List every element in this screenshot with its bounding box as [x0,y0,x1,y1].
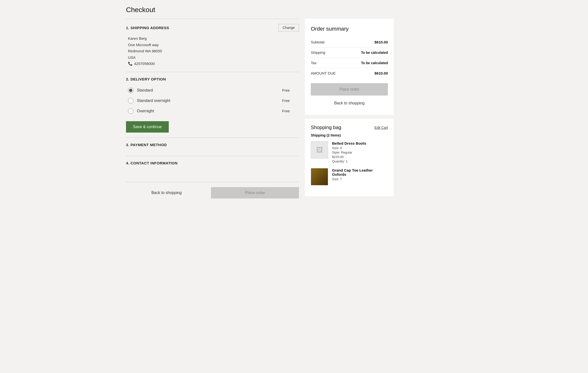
address-phone: 4257058000 [134,60,155,67]
shopping-bag-title: Shopping bag [311,125,341,130]
back-to-shopping-button-bottom[interactable]: Back to shopping [126,187,207,198]
change-address-button[interactable]: Change [278,24,299,31]
back-to-shopping-button[interactable]: Back to shopping [311,98,388,108]
address-street: One Microsoft way [128,42,299,48]
bag-item-1: 🖼 Belted Dress Boots Size: 6 Style: Regu… [311,141,388,163]
amount-due-value: $610.00 [375,71,388,75]
delivery-option-standard: Standard Free [126,85,299,96]
delivery-label-overnight: Overnight [137,109,154,113]
save-continue-button[interactable]: Save & continue [126,121,169,133]
delivery-price-overnight: Free [282,109,297,113]
amount-due-label: AMOUNT DUE [311,71,336,75]
delivery-option-title: 2. DELIVERY OPTION [126,77,166,81]
page-title: Checkout [126,6,462,14]
bag-item-1-size: Size: 6 [332,146,366,150]
bag-item-2-details: Grand Cap Toe Leather Oxfords Size: 7 [332,168,388,185]
right-sidebar: Order summary Subtotal $610.00 Shipping … [305,19,394,196]
tax-value: To be calculated [361,61,388,65]
radio-overnight[interactable] [128,108,133,114]
delivery-option-standard-overnight: Standard overnight Free [126,96,299,106]
address-country: USA [128,54,299,61]
order-summary-title: Order summary [311,26,388,32]
address-city: Redmond WA 98055 [128,48,299,54]
summary-row-subtotal: Subtotal $610.00 [311,37,388,47]
delivery-price-standard-overnight: Free [282,98,297,103]
delivery-label-standard: Standard [137,88,153,93]
image-placeholder-icon-1: 🖼 [316,146,323,154]
summary-row-shipping: Shipping To be calculated [311,47,388,58]
bag-item-1-price: $220.00 [332,155,366,159]
delivery-option-overnight: Overnight Free [126,106,299,116]
edit-cart-button[interactable]: Edit Cart [375,126,388,130]
bag-item-2: Grand Cap Toe Leather Oxfords Size: 7 [311,168,388,185]
address-block: Karen Berg One Microsoft way Redmond WA … [126,35,299,67]
bottom-actions: Back to shopping Place order [126,182,299,203]
bag-item-2-name: Grand Cap Toe Leather Oxfords [332,168,388,177]
checkout-form: 1. SHIPPING ADDRESS Change Karen Berg On… [126,19,299,203]
delivery-option-section: 2. DELIVERY OPTION Standard Free [126,72,299,137]
bag-item-1-quantity: Quantity: 1 [332,159,366,163]
contact-information-title: 4. CONTACT INFORMATION [126,161,178,165]
shopping-bag-card: Shopping bag Edit Cart Shipping (2 items… [305,119,394,196]
shipping-value: To be calculated [361,51,388,55]
address-phone-row: 📞 4257058000 [128,60,299,67]
payment-method-title: 3. PAYMENT METHOD [126,143,167,147]
summary-row-tax: Tax To be calculated [311,58,388,68]
bag-item-2-size: Size: 7 [332,177,388,181]
delivery-label-standard-overnight: Standard overnight [137,98,170,103]
shopping-bag-header: Shopping bag Edit Cart [311,125,388,130]
delivery-options-list: Standard Free Standard overnight Free [126,85,299,116]
bag-item-1-name: Belted Dress Boots [332,141,366,145]
bag-item-2-image [311,168,328,185]
radio-standard[interactable] [128,88,133,93]
subtotal-label: Subtotal [311,40,324,44]
contact-information-section: 4. CONTACT INFORMATION [126,156,299,174]
summary-row-amount-due: AMOUNT DUE $610.00 [311,68,388,78]
shipping-label: Shipping [311,50,325,55]
bag-item-1-details: Belted Dress Boots Size: 6 Style: Regula… [332,141,366,163]
delivery-price-standard: Free [282,88,297,92]
order-summary-card: Order summary Subtotal $610.00 Shipping … [305,19,394,115]
subtotal-value: $610.00 [375,40,388,44]
payment-method-section: 3. PAYMENT METHOD [126,137,299,156]
place-order-button-bottom: Place order [211,187,299,198]
bag-item-1-style: Style: Regular [332,151,366,154]
radio-standard-overnight[interactable] [128,98,133,103]
tax-label: Tax [311,61,316,65]
phone-icon: 📞 [128,60,133,67]
place-order-button: Place order [311,83,388,96]
shipping-address-title: 1. SHIPPING ADDRESS [126,26,169,30]
bag-item-1-image: 🖼 [311,141,328,158]
shipping-address-section: 1. SHIPPING ADDRESS Change Karen Berg On… [126,19,299,72]
address-name: Karen Berg [128,35,299,42]
shipping-items-label: Shipping (2 items) [311,133,388,137]
